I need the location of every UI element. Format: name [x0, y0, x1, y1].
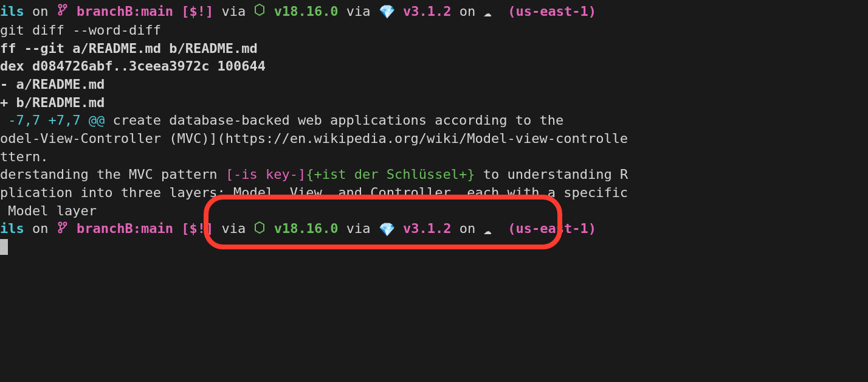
command-text: git diff --word-diff — [0, 23, 161, 38]
on-text-2: on — [452, 221, 484, 236]
diff-context-line: ttern. — [0, 148, 868, 166]
on-text-2: on — [452, 4, 484, 19]
svg-point-2 — [58, 12, 61, 15]
diff-header-index: dex d084726abf..3ceea3972c 100644 — [0, 57, 868, 75]
cloud-icon: ☁ — [484, 3, 492, 21]
cursor-line[interactable] — [0, 238, 868, 257]
svg-point-3 — [58, 222, 61, 225]
diff-hunk-header: -7,7 +7,7 @@ create database-backed web … — [0, 111, 868, 130]
prompt-on: on — [24, 221, 57, 236]
command-line[interactable]: git diff --word-diff — [0, 21, 868, 40]
node-version: v18.16.0 — [274, 4, 339, 19]
diff-minus-file: - a/README.md — [0, 75, 868, 94]
branch-flags: [$!] — [181, 221, 213, 236]
diff-removed: [-is key-] — [226, 167, 306, 182]
branch-icon — [58, 221, 67, 239]
diff-header-file: ff --git a/README.md b/README.md — [0, 40, 868, 58]
via-text-1: via — [213, 4, 253, 19]
svg-point-5 — [58, 229, 61, 232]
region: (us-east-1) — [508, 221, 596, 236]
prompt-on: on — [24, 4, 57, 19]
prompt-line-2: ils on branchB:main [$!] via v18.16.0 vi… — [0, 220, 868, 238]
prompt-line-1: ils on branchB:main [$!] via v18.16.0 vi… — [0, 2, 868, 21]
hunk-at: @@ — [89, 113, 105, 128]
branch-name: branchB:main — [77, 4, 173, 19]
hunk-range: -7,7 +7,7 — [0, 113, 89, 128]
ruby-version: v3.1.2 — [403, 4, 451, 19]
diff-word-diff-line: derstanding the MVC pattern [-is key-]{+… — [0, 165, 868, 184]
svg-point-0 — [58, 5, 61, 8]
svg-point-1 — [63, 5, 66, 8]
prompt-context: ils — [0, 221, 24, 236]
diff-context-line: Model layer — [0, 202, 868, 220]
cloud-icon: ☁ — [484, 221, 492, 239]
prompt-context: ils — [0, 4, 24, 19]
gem-icon: 💎 — [379, 221, 395, 239]
region: (us-east-1) — [508, 4, 596, 19]
diff-context-line: odel-View-Controller (MVC)](https://en.w… — [0, 130, 868, 148]
nodejs-icon — [253, 221, 266, 239]
gem-icon: 💎 — [379, 3, 395, 21]
nodejs-icon — [253, 3, 266, 21]
branch-flags: [$!] — [181, 4, 213, 19]
via-text-2: via — [339, 221, 379, 236]
node-version: v18.16.0 — [274, 221, 339, 236]
diff-text-pre: derstanding the MVC pattern — [0, 167, 226, 182]
branch-icon — [58, 3, 67, 21]
via-text-1: via — [213, 221, 253, 236]
diff-added: {+ist der Schlüssel+} — [306, 167, 475, 182]
hunk-context: create database-backed web applications … — [105, 113, 563, 128]
branch-name: branchB:main — [77, 221, 173, 236]
diff-text-post: to understanding R — [475, 167, 628, 182]
ruby-version: v3.1.2 — [403, 221, 451, 236]
diff-plus-file: + b/README.md — [0, 94, 868, 112]
terminal-cursor — [0, 239, 8, 255]
via-text-2: via — [339, 4, 379, 19]
svg-point-4 — [63, 222, 66, 225]
diff-context-line: plication into three layers: Model, View… — [0, 184, 868, 202]
